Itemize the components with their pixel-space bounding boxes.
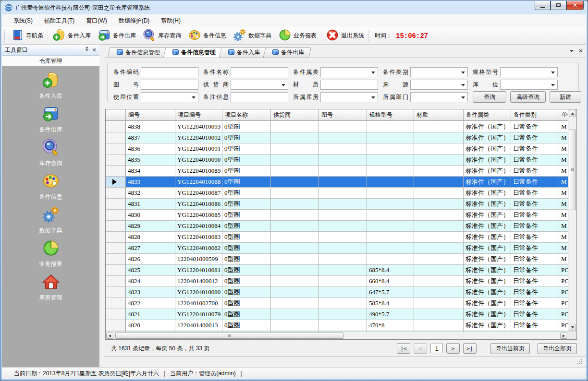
row-selector[interactable]: [106, 232, 126, 243]
scroll-up-icon[interactable]: [569, 110, 576, 117]
table-row-4821[interactable]: 4821YG122040100790型圈490*5.7标准件（国产）日常备件PC: [106, 309, 568, 320]
column-header-材质[interactable]: 材质: [414, 109, 464, 120]
tab-close-icon[interactable]: ✕: [578, 48, 583, 54]
column-header-项目编号[interactable]: 项目编号: [175, 109, 222, 120]
minimize-button[interactable]: [535, 1, 551, 10]
menu-item-2[interactable]: 窗口(W): [80, 14, 112, 27]
table-row-4826[interactable]: 482612204010005990型圈标准件（国产）日常备件M: [106, 254, 568, 265]
table-row-4837[interactable]: 4837YG122040100920型圈标准件（国产）日常备件M: [106, 132, 568, 143]
tab-备件信息管理-0[interactable]: 备件信息管理: [109, 47, 166, 58]
menu-item-3[interactable]: 数据维护(D): [113, 14, 156, 27]
button-查询[interactable]: 查询: [473, 91, 506, 103]
column-header-备件属类[interactable]: 备件属类: [464, 109, 511, 120]
row-selector[interactable]: [106, 132, 126, 143]
toolbar-button-导航条[interactable]: 导航条: [7, 29, 47, 43]
table-row-4830[interactable]: 4830YG122040100850型圈标准件（国产）日常备件M: [106, 210, 568, 221]
sidebar-item-备件入库[interactable]: 备件入库: [2, 71, 99, 105]
vertical-scroll-thumb[interactable]: [569, 130, 576, 210]
row-selector[interactable]: [106, 188, 126, 199]
table-row-4823[interactable]: 4823YG122040100800型圈647*5.7标准件（国产）日常备件PC: [106, 287, 568, 298]
row-selector[interactable]: [106, 221, 126, 232]
form-field-备件名称[interactable]: [231, 67, 288, 77]
column-header-备件类别[interactable]: 备件类别: [511, 109, 559, 120]
close-button[interactable]: ✕: [566, 1, 584, 10]
row-selector[interactable]: [106, 177, 126, 188]
row-selector[interactable]: [106, 166, 126, 177]
table-row-4824[interactable]: 482412204014000120型圈660*8.4标准件（国产）日常备件PC: [106, 276, 568, 287]
sidebar-item-业务报表[interactable]: 业务报表: [2, 239, 99, 273]
first-page-button[interactable]: |<: [397, 343, 410, 354]
table-row-4829[interactable]: 4829YG122040100840型圈标准件（国产）日常备件M: [106, 221, 568, 232]
column-header-规格型号[interactable]: 规格型号: [367, 109, 414, 120]
maximize-button[interactable]: [551, 1, 566, 10]
form-field-库位[interactable]: [500, 80, 558, 90]
horizontal-scrollbar[interactable]: [106, 332, 568, 339]
form-field-来源[interactable]: [410, 80, 468, 90]
table-row-4834[interactable]: 4834YG122040100890型圈标准件（国产）日常备件M: [106, 166, 568, 177]
toolbar-button-备件信息[interactable]: 备件信息: [184, 29, 230, 43]
table-row-4831[interactable]: 4831YG122040100860型圈标准件（国产）日常备件M: [106, 199, 568, 210]
row-selector[interactable]: [106, 265, 126, 276]
column-header-单位[interactable]: 单位: [559, 109, 568, 120]
toolbar-button-备件出库[interactable]: 备件出库: [94, 29, 139, 43]
form-field-规格型号[interactable]: [500, 67, 558, 77]
column-header-selector[interactable]: [106, 109, 126, 120]
form-field-图号[interactable]: [141, 80, 198, 90]
last-page-button[interactable]: >|: [463, 343, 477, 354]
tab-list-dropdown-icon[interactable]: [570, 50, 574, 54]
scroll-down-icon[interactable]: [569, 324, 576, 331]
row-selector[interactable]: [106, 298, 126, 309]
row-selector[interactable]: [106, 121, 126, 132]
table-row-4827[interactable]: 4827YG122040100820型圈标准件（国产）日常备件M: [106, 243, 568, 254]
menu-item-0[interactable]: 系统(S): [8, 14, 38, 27]
tab-备件出库-3[interactable]: 备件出库: [264, 47, 310, 58]
tab-备件入库-2[interactable]: 备件入库: [220, 47, 266, 58]
export-all-pages-button[interactable]: 导出全部页: [538, 343, 577, 354]
pin-icon[interactable]: [83, 47, 88, 53]
sidebar-item-库存查询[interactable]: 库存查询: [2, 138, 99, 172]
column-header-供货商[interactable]: 供货商: [271, 109, 319, 120]
table-row-4838[interactable]: 4838YG122040100930型圈标准件（国产）日常备件M: [106, 121, 568, 132]
column-header-图号[interactable]: 图号: [319, 109, 367, 120]
form-field-材质[interactable]: [320, 80, 378, 90]
button-高级查询[interactable]: 高级查询: [510, 91, 546, 103]
column-header-项目名称[interactable]: 项目名称: [222, 109, 271, 120]
vertical-scrollbar[interactable]: [568, 109, 576, 332]
row-selector[interactable]: [106, 155, 126, 166]
tab-备件信息管理-1[interactable]: 备件信息管理: [164, 47, 222, 58]
row-selector[interactable]: [106, 199, 126, 210]
form-field-备件类别[interactable]: [410, 67, 468, 77]
toolbar-button-库存查询[interactable]: 库存查询: [139, 29, 184, 43]
menu-item-4[interactable]: 帮助(H): [155, 14, 186, 27]
page-number-input[interactable]: 1: [430, 344, 443, 353]
prev-page-button[interactable]: <: [414, 343, 427, 354]
scroll-left-icon[interactable]: [106, 333, 113, 339]
table-row-4833[interactable]: 4833YG122040100880型圈标准件（国产）日常备件M: [106, 177, 568, 188]
table-row-4822[interactable]: 482212204010027000型圈585*8.4标准件（国产）日常备件PC: [106, 298, 568, 309]
next-page-button[interactable]: >: [446, 343, 460, 354]
form-field-备注信息[interactable]: [231, 92, 288, 102]
table-row-4828[interactable]: 4828YG122040100830型圈标准件（国产）日常备件M: [106, 232, 568, 243]
form-field-所属部门[interactable]: [410, 92, 468, 102]
form-field-所属库房[interactable]: [320, 92, 378, 102]
row-selector[interactable]: [106, 254, 126, 265]
row-selector[interactable]: [106, 276, 126, 287]
column-header-编号[interactable]: 编号: [126, 109, 175, 120]
toolbar-button-业务报表[interactable]: 业务报表: [275, 29, 320, 43]
row-selector[interactable]: [106, 243, 126, 254]
toolbar-button-备件入库[interactable]: 备件入库: [49, 29, 94, 43]
scroll-right-icon[interactable]: [560, 333, 567, 339]
splitter[interactable]: [99, 45, 104, 367]
form-field-备件编码[interactable]: [141, 67, 198, 77]
export-current-page-button[interactable]: 导出当前页: [490, 343, 530, 354]
row-selector[interactable]: [106, 143, 126, 155]
table-row-4820[interactable]: 482012204014000130型圈470*8标准件（国产）日常备件PC: [106, 320, 568, 331]
table-row-4832[interactable]: 4832YG122040100870型圈标准件（国产）日常备件M: [106, 188, 568, 199]
row-selector[interactable]: [106, 320, 126, 331]
horizontal-scroll-thumb[interactable]: [115, 333, 343, 339]
table-row-4835[interactable]: 4835YG122040100900型圈标准件（国产）日常备件M: [106, 155, 568, 166]
sidebar-close-icon[interactable]: ✕: [92, 47, 97, 53]
form-field-供货商[interactable]: [231, 80, 288, 90]
table-row-4836[interactable]: 4836YG122040100910型圈标准件（国产）日常备件M: [106, 143, 568, 155]
row-selector[interactable]: [106, 210, 126, 221]
